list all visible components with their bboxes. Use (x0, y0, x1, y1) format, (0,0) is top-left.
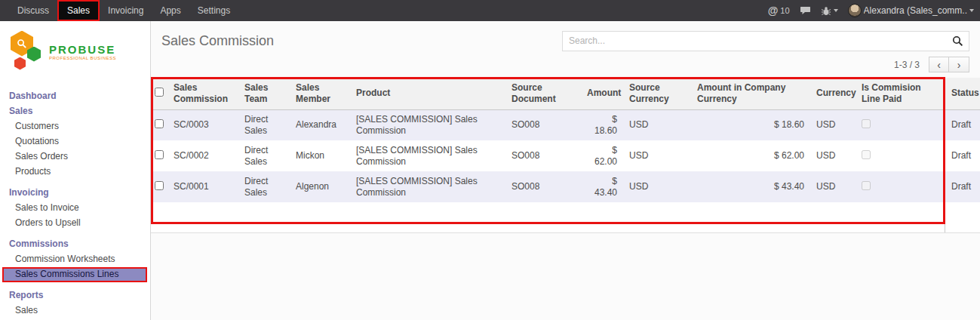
sidebar-entry[interactable]: Sales to Invoice (0, 201, 150, 216)
at-mention-icon: @ (768, 5, 779, 16)
cell-sales-member: Algenon (290, 171, 350, 202)
mentions-button[interactable]: @ 10 (768, 5, 790, 16)
topbar-menu-item[interactable]: Invoicing (100, 0, 152, 21)
cell-product: [SALES COMMISSION] Sales Commission (350, 109, 505, 140)
column-header-sales-commission[interactable]: Sales Commission (167, 78, 238, 109)
row-select-checkbox[interactable] (155, 181, 164, 190)
sidebar-entry[interactable]: Quotations (0, 134, 150, 149)
paid-checkbox (862, 119, 871, 128)
column-header-currency[interactable]: Currency (810, 78, 856, 109)
search-box (562, 31, 969, 51)
cell-source-document: SO008 (505, 171, 581, 202)
messages-button[interactable] (800, 6, 811, 16)
topbar-menu-item[interactable]: Settings (189, 0, 238, 21)
search-icon[interactable] (952, 35, 963, 47)
cell-source-document: SO008 (505, 140, 581, 171)
sidebar-entry[interactable]: Sales (0, 104, 150, 119)
list-view: Sales Commission Sales Team Sales Member… (151, 78, 980, 233)
sidebar-entry[interactable]: Invoicing (0, 186, 150, 201)
column-header-amount-company-currency[interactable]: Amount in Company Currency (691, 78, 810, 109)
topbar: Discuss Sales Invoicing Apps Settings @ … (0, 0, 980, 21)
cell-source-currency: USD (623, 109, 691, 140)
select-all-cell (151, 78, 167, 109)
paid-checkbox (862, 150, 871, 159)
cell-amount: $ 18.60 (581, 109, 623, 140)
cell-sales-team: Direct Sales (238, 171, 290, 202)
column-header-product[interactable]: Product (350, 78, 505, 109)
cell-is-commission-line-paid (856, 171, 945, 202)
topbar-right: @ 10 Alexandra (Sales_comm. (768, 0, 980, 21)
topbar-menu-item[interactable]: Sales (57, 0, 100, 21)
sidebar-entry[interactable]: Sales Orders (0, 149, 150, 165)
cell-amount: $ 43.40 (581, 171, 623, 202)
sidebar-entry[interactable]: Dashboard (0, 89, 150, 104)
column-header-is-commission-line-paid[interactable]: Is Commision Line Paid (856, 78, 945, 109)
mention-count-badge: 10 (780, 6, 789, 15)
cell-is-commission-line-paid (856, 140, 945, 171)
cell-source-currency: USD (623, 171, 691, 202)
sidebar: PROBUSE PROFESSIONAL BUSINESS Dashboard … (0, 21, 151, 320)
pager-range-label: 1-3 / 3 (894, 60, 920, 70)
cell-is-commission-line-paid (856, 109, 945, 140)
chat-bubble-icon (800, 6, 811, 16)
table-row[interactable]: SC/0002 Direct Sales Mickon [SALES COMMI… (151, 140, 980, 171)
cell-sales-member: Mickon (290, 140, 350, 171)
cell-product: [SALES COMMISSION] Sales Commission (350, 171, 505, 202)
column-header-status[interactable]: Status (945, 78, 980, 109)
user-name-label: Alexandra (Sales_comm.. (864, 5, 967, 16)
table-row[interactable]: SC/0003 Direct Sales Alexandra [SALES CO… (151, 109, 980, 140)
sidebar-entry[interactable]: Reports (0, 288, 150, 303)
row-select-cell (151, 109, 167, 140)
topbar-menu-item[interactable]: Apps (152, 0, 189, 21)
debug-menu-button[interactable] (821, 6, 838, 16)
table-row[interactable]: SC/0001 Direct Sales Algenon [SALES COMM… (151, 171, 980, 202)
logo-text: PROBUSE PROFESSIONAL BUSINESS (49, 44, 116, 60)
cell-source-currency: USD (623, 140, 691, 171)
cell-product: [SALES COMMISSION] Sales Commission (350, 140, 505, 171)
pager-buttons: ‹ › (929, 57, 969, 72)
cell-sales-team: Direct Sales (238, 140, 290, 171)
cell-amount-company-currency: $ 43.40 (691, 171, 810, 202)
sidebar-entry[interactable]: Orders to Upsell (0, 216, 150, 231)
company-logo: PROBUSE PROFESSIONAL BUSINESS (0, 21, 150, 75)
cell-status: Draft (945, 171, 980, 202)
sidebar-entry[interactable]: Products (0, 165, 150, 180)
column-header-sales-member[interactable]: Sales Member (290, 78, 350, 109)
sidebar-entry[interactable]: Sales (0, 303, 150, 318)
control-panel: Sales Commission (151, 21, 980, 56)
row-select-checkbox[interactable] (155, 150, 164, 159)
cell-amount-company-currency: $ 62.00 (691, 140, 810, 171)
cell-status: Draft (945, 140, 980, 171)
sidebar-entry[interactable]: Commission Worksheets (0, 252, 150, 267)
sidebar-entry[interactable]: Sales Commissions Lines (2, 267, 147, 282)
caret-down-icon (834, 9, 838, 12)
brand-tagline: PROFESSIONAL BUSINESS (49, 56, 116, 60)
column-header-amount[interactable]: Amount (581, 78, 623, 109)
topbar-menu-item[interactable]: Discuss (9, 0, 57, 21)
row-select-cell (151, 140, 167, 171)
cell-sales-commission: SC/0003 (167, 109, 238, 140)
user-avatar (848, 4, 862, 17)
sidebar-entry[interactable]: Commissions (0, 237, 150, 252)
table-header: Sales Commission Sales Team Sales Member… (151, 78, 980, 109)
column-header-source-document[interactable]: Source Document (505, 78, 581, 109)
sidebar-entry[interactable]: Customers (0, 119, 150, 134)
select-all-checkbox[interactable] (155, 88, 164, 97)
cell-status: Draft (945, 109, 980, 140)
column-header-sales-team[interactable]: Sales Team (238, 78, 290, 109)
brand-name: PROBUSE (49, 44, 116, 56)
app-window: Discuss Sales Invoicing Apps Settings @ … (0, 0, 980, 320)
paid-checkbox (862, 181, 871, 190)
pager-next-button[interactable]: › (949, 57, 969, 72)
caret-down-icon (969, 9, 974, 12)
pager-previous-button[interactable]: ‹ (929, 57, 949, 72)
cell-sales-commission: SC/0001 (167, 171, 238, 202)
status-column-divider (945, 78, 945, 232)
page-title: Sales Commission (161, 33, 274, 49)
row-select-checkbox[interactable] (155, 119, 164, 128)
cell-currency: USD (810, 140, 856, 171)
user-menu[interactable]: Alexandra (Sales_comm.. (848, 4, 974, 17)
search-input[interactable] (563, 32, 969, 51)
column-header-source-currency[interactable]: Source Currency (623, 78, 691, 109)
cell-amount: $ 62.00 (581, 140, 623, 171)
